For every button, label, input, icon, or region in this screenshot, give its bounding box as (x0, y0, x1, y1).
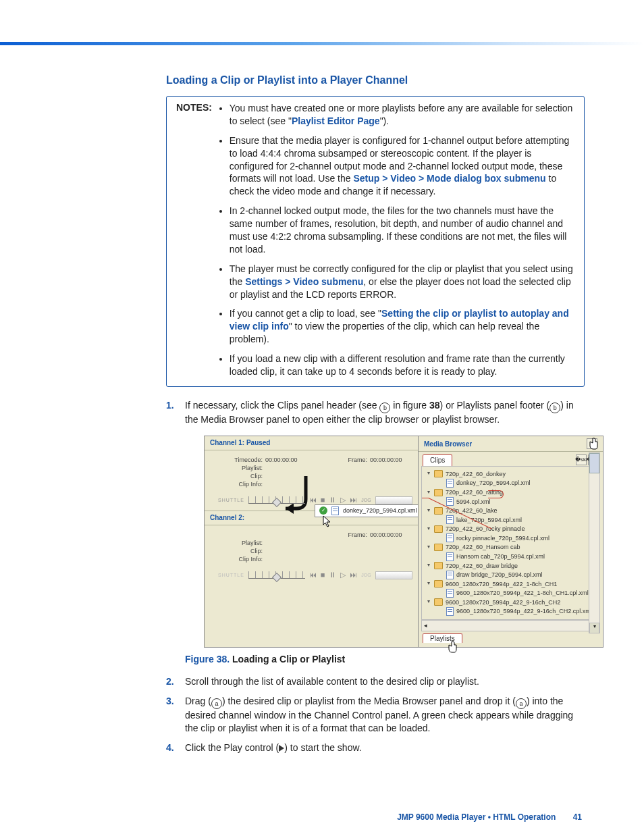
cursor-icon (323, 515, 332, 530)
callout-cap-icon (488, 490, 504, 498)
scroll-thumb[interactable] (589, 453, 599, 473)
file-icon (446, 497, 454, 506)
tree-folder[interactable]: ▾720p_422_60_rocky pinnacle (426, 525, 598, 533)
scroll-down-icon[interactable]: ▾ (589, 623, 599, 633)
tree-file[interactable]: 9600_1280x720_5994p_422_9-16ch_CH2.cpl.x… (446, 607, 598, 616)
clip-tree[interactable]: ▾720p_422_60_donkeydonkey_720p_5994.cpl.… (421, 466, 600, 620)
section-heading: Loading a Clip or Playlist into a Player… (166, 74, 585, 86)
vertical-scrollbar[interactable]: ▴ ▾ (589, 452, 600, 633)
folder-icon (434, 544, 443, 551)
file-icon (446, 533, 454, 542)
tree-file[interactable]: 5994.cpl.xml (446, 497, 598, 506)
notes-list: You must have created one or more playli… (230, 102, 574, 378)
figure-caption: Figure 38. Loading a Clip or Playlist (185, 653, 585, 666)
jog-slider[interactable] (375, 571, 412, 579)
horizontal-scrollbar[interactable]: ◂▸ (421, 620, 600, 631)
media-browser-header: Media Browser ⤢ (419, 436, 603, 452)
file-icon (331, 506, 339, 515)
folder-icon (434, 470, 443, 477)
tree-folder[interactable]: ▾720p_422_60_rafting (426, 488, 598, 496)
folder-icon (434, 525, 443, 533)
shuttle-slider[interactable] (248, 496, 305, 504)
callout-b-icon: b (549, 402, 560, 413)
callout-a-icon: a (211, 698, 222, 709)
folder-icon (434, 562, 443, 569)
tree-file[interactable]: draw bridge_720p_5994.cpl.xml (446, 571, 598, 579)
jog-slider[interactable] (375, 496, 412, 504)
folder-icon (434, 507, 443, 515)
callout-b-icon: b (379, 402, 390, 413)
tab-clips[interactable]: Clips (423, 454, 452, 466)
tree-folder[interactable]: ▾720p_422_60_draw bridge (426, 562, 598, 570)
ok-check-icon: ✓ (319, 506, 327, 515)
folder-icon (434, 489, 443, 496)
channel-1-header[interactable]: Channel 1: Paused (205, 436, 418, 450)
pointer-hand-icon (588, 438, 599, 452)
file-icon (446, 589, 454, 598)
notes-label: NOTES: (176, 102, 215, 378)
file-icon (446, 571, 454, 579)
step-4: Click the Play control () to start the s… (185, 741, 585, 754)
folder-icon (434, 598, 443, 606)
link-settings-video[interactable]: Settings > Video submenu (245, 276, 363, 287)
shuttle-slider[interactable] (248, 571, 305, 579)
callout-a-icon: a (516, 698, 527, 709)
notes-box: NOTES: You must have created one or more… (166, 96, 585, 387)
step-2: Scroll through the list of available con… (185, 675, 585, 688)
step-1: If necessary, click the Clips panel head… (185, 399, 585, 666)
step-3: Drag (a) the desired clip or playlist fr… (185, 695, 585, 735)
figure-38: Channel 1: Paused Timecode:00:00:00:00 F… (204, 436, 603, 647)
file-icon (446, 515, 454, 524)
pointer-hand-icon (447, 641, 458, 656)
file-icon (446, 552, 454, 561)
tree-folder[interactable]: ▾720p_422_60_lake (426, 506, 598, 515)
tree-folder[interactable]: ▾720p_422_60_donkey (426, 470, 598, 478)
transport-controls[interactable]: ⏮■⏸▷⏭ (309, 570, 358, 580)
tree-file[interactable]: rocky pinnacle_720p_5994.cpl.xml (446, 533, 598, 542)
page-footer: JMP 9600 Media Player • HTML Operation 4… (397, 812, 582, 822)
tree-file[interactable]: 9600_1280x720_5994p_422_1-8ch_CH1.cpl.xm… (446, 589, 598, 598)
tree-folder[interactable]: ▾720p_422_60_Hansom cab (426, 543, 598, 551)
file-icon (446, 607, 454, 616)
link-playlist-editor[interactable]: Playlist Editor Page (292, 115, 380, 126)
link-setup-video-mode[interactable]: Setup > Video > Mode dialog box submenu (353, 173, 545, 184)
folder-icon (434, 580, 443, 588)
tree-folder[interactable]: ▾9600_1280x720_5994p_422_1-8ch_CH1 (426, 580, 598, 588)
steps-list: If necessary, click the Clips panel head… (166, 399, 585, 754)
expand-all-icon[interactable]: �ski (576, 454, 587, 465)
tree-file[interactable]: donkey_720p_5994.cpl.xml (446, 479, 598, 488)
tree-file[interactable]: Hansom cab_720p_5994.cpl.xml (446, 552, 598, 561)
file-icon (446, 479, 454, 488)
tree-folder[interactable]: ▾9600_1280x720_5994p_422_9-16ch_CH2 (426, 598, 598, 606)
